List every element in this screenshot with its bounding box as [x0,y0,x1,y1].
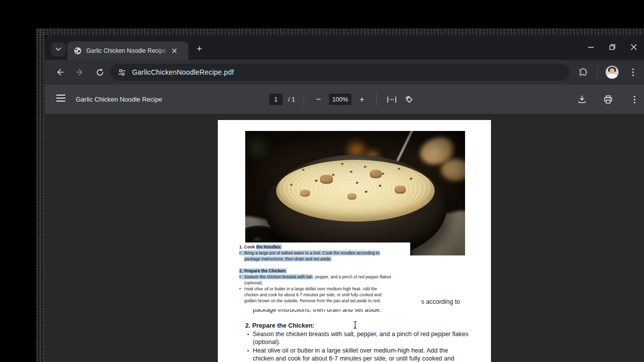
address-text: GarlicChickenNoodleRecipe.pdf [132,68,234,76]
back-arrow-icon [55,68,64,77]
address-bar[interactable]: GarlicChickenNoodleRecipe.pdf [111,64,569,81]
pdf-menu-button[interactable] [56,94,66,102]
pdf-toolbar-separator [304,93,304,106]
screen-noise-border-top [36,28,644,35]
plus-icon: + [359,95,364,105]
download-icon [578,95,586,104]
pdf-viewport[interactable]: 1.Cook the Noodles: •Bring a large pot o… [45,114,644,362]
doc-occluded-line-fragment: s according to [421,298,460,306]
doc-step2-bullet1: •Season the chicken breasts with salt, p… [247,330,469,339]
browser-menu-button[interactable] [627,66,639,78]
fit-to-width-button[interactable] [385,93,398,106]
puzzle-icon [579,68,588,77]
overlay-step-2-heading: 2.Prepare the Chicken: [239,268,410,274]
overlay-step-2-bullet: •Season the chicken breasts with salt, p… [239,274,410,280]
zoom-level-input[interactable]: 100% [329,94,351,105]
avatar-face [610,68,615,74]
globe-favicon-icon [74,47,82,55]
drag-selection-preview: 1.Cook the Noodles: •Bring a large pot o… [238,242,410,309]
pdf-toolbar-separator [376,93,377,106]
minimize-icon[interactable] [588,44,594,50]
close-window-icon[interactable] [631,44,637,50]
reload-button[interactable] [94,66,106,78]
window-controls [588,44,637,50]
stage: Garlic Chicken Noodle Recipe + [0,0,644,362]
zoom-out-button[interactable]: − [313,94,324,106]
overlay-step-1-heading: 1.Cook the Noodles: [239,244,410,250]
tab-search-button[interactable] [51,42,66,56]
fit-width-icon [387,97,396,103]
photo-vignette [245,131,465,255]
toolbar-separator [597,67,598,77]
avatar-shirt [607,74,617,79]
rotate-button[interactable] [403,93,416,106]
minus-icon: − [316,95,321,105]
page-number-input[interactable]: 1 [269,94,283,105]
back-button[interactable] [54,66,66,78]
close-icon [172,48,177,53]
screen-noise-border-left [36,28,45,362]
overlay-step-2-bullet-wrap: (optional). [239,280,410,286]
extensions-button[interactable] [577,66,589,78]
site-settings-tune-icon[interactable] [118,68,126,77]
overlay-step-2-bullet2-wrap2: golden brown on the outside. Remove from… [239,298,410,304]
pdf-action-buttons [575,85,641,114]
tab-garlic-chicken-noodle-recipe[interactable]: Garlic Chicken Noodle Recipe [67,41,188,60]
overlay-step-1-bullet: •Bring a large pot of salted water to a … [239,250,410,256]
print-icon [604,95,613,104]
new-tab-button[interactable]: + [192,42,206,56]
restore-window-icon[interactable] [609,44,616,50]
tab-title: Garlic Chicken Noodle Recipe [86,47,169,54]
doc-step2-bullet1-wrap: (optional). [253,338,281,346]
reload-icon [96,68,104,77]
doc-step2-heading: 2. Prepare the Chicken: [245,322,315,330]
download-button[interactable] [575,93,588,106]
pdf-document-title: Garlic Chicken Noodle Recipe [76,96,162,103]
forward-arrow-icon [75,68,84,77]
overlay-step-1-bullet-wrap: package instructions, then drain and set… [239,256,410,262]
tab-close-button[interactable] [170,46,179,55]
print-button[interactable] [602,93,615,106]
hamburger-icon [56,94,66,102]
text-cursor-ibeam [352,321,358,329]
zoom-in-button[interactable]: + [356,94,368,106]
pdf-toolbar: Garlic Chicken Noodle Recipe 1 / 1 − 100… [45,85,644,114]
doc-step2-bullet2-wrap: chicken and cook for about 6-7 minutes p… [253,355,454,362]
three-dot-menu-icon [632,68,634,76]
plus-icon: + [196,43,202,54]
profile-avatar[interactable] [606,66,619,79]
recipe-photo [245,131,465,255]
tab-title-fade [158,47,169,54]
forward-button[interactable] [74,66,86,78]
pdf-more-button[interactable] [628,93,641,106]
browser-toolbar: GarlicChickenNoodleRecipe.pdf [45,60,644,85]
pdf-page-zoom-controls: 1 / 1 − 100% + [269,85,416,114]
overlay-step-2-bullet2: •Heat olive oil or butter in a large ski… [239,286,410,292]
pdf-page: 1.Cook the Noodles: •Bring a large pot o… [218,120,491,362]
overlay-paragraph-gap [239,262,410,268]
three-dot-menu-icon [634,96,636,104]
tab-strip: Garlic Chicken Noodle Recipe + [45,35,644,60]
doc-step2-bullet2: •Heat olive oil or butter in a large ski… [247,347,448,355]
browser-window: Garlic Chicken Noodle Recipe + [45,35,644,362]
chevron-down-icon [55,47,61,51]
overlay-step-2-bullet2-wrap: chicken and cook for about 6-7 minutes p… [239,292,410,298]
page-count-label: / 1 [288,96,295,103]
rotate-counterclockwise-icon [405,95,414,104]
